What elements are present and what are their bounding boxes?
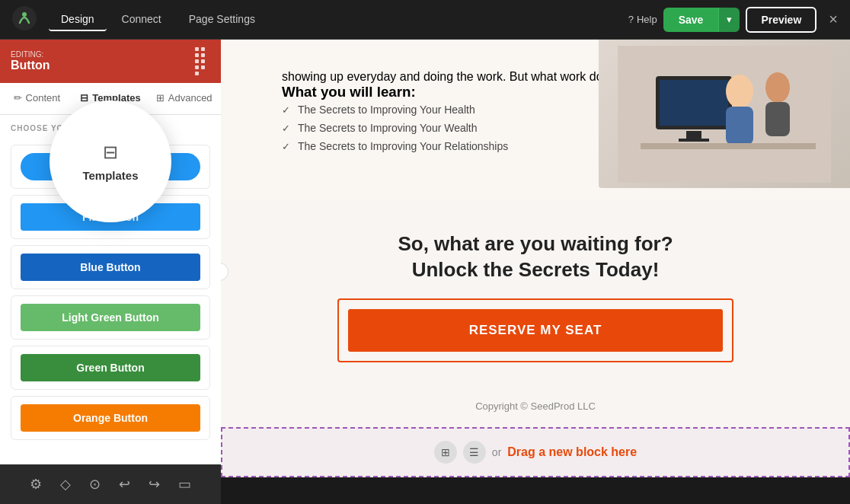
hero-image — [599, 40, 850, 188]
canvas: showing up everyday and doing the work. … — [221, 40, 850, 477]
main-layout: EDITING: Button ⊟ Templates ✏ Content — [0, 40, 850, 504]
check-icon-2: ✓ — [282, 123, 290, 134]
svg-rect-10 — [765, 102, 790, 136]
editing-name: Button — [11, 59, 50, 72]
drag-block-content: ⊞ ☰ or Drag a new block here — [434, 441, 637, 464]
preview-button[interactable]: Preview — [746, 7, 816, 33]
layers-icon[interactable]: ◇ — [60, 476, 71, 493]
svg-rect-6 — [679, 139, 709, 142]
cta-section: So, what are you waiting for? Unlock the… — [221, 201, 850, 385]
check-icon-3: ✓ — [282, 141, 290, 152]
svg-rect-4 — [660, 80, 728, 126]
panel-header: EDITING: Button — [0, 40, 221, 83]
hero-svg — [618, 46, 831, 183]
cta-title: So, what are you waiting for? Unlock the… — [236, 231, 835, 283]
editing-label: EDITING: — [11, 50, 50, 59]
undo-icon[interactable]: ↩ — [119, 476, 130, 493]
blue-button-preview: Blue Button — [21, 254, 200, 281]
save-button-group: Save ▾ — [663, 8, 740, 32]
templates-circle-icon: ⊟ — [103, 142, 118, 163]
help-button[interactable]: ? Help — [628, 14, 657, 25]
drag-block-area[interactable]: ⊞ ☰ or Drag a new block here — [221, 427, 850, 477]
redo-icon[interactable]: ↪ — [149, 476, 160, 493]
canvas-top-section: showing up everyday and doing the work. … — [221, 40, 850, 201]
cta-button-wrapper: RESERVE MY SEAT — [337, 298, 733, 362]
block-icon-1[interactable]: ⊞ — [434, 441, 457, 464]
check-icon-1: ✓ — [282, 104, 290, 116]
nav-connect[interactable]: Connect — [110, 8, 174, 31]
save-dropdown-button[interactable]: ▾ — [718, 8, 740, 32]
templates-circle-label: Templates — [82, 169, 138, 182]
canvas-wrapper: ‹ showing up everyday and doing the work… — [221, 40, 850, 504]
template-light-green-button[interactable]: Light Green Button — [11, 295, 210, 340]
nav-page-settings[interactable]: Page Settings — [177, 8, 267, 31]
orange-button-preview: Orange Button — [21, 404, 200, 432]
help-icon: ? — [628, 14, 634, 25]
green-button-preview: Green Button — [21, 354, 200, 381]
canvas-footer: Copyright © SeedProd LLC — [221, 385, 850, 427]
drag-or-text: or — [492, 446, 501, 458]
svg-rect-8 — [726, 107, 753, 145]
close-button[interactable]: × — [829, 11, 838, 28]
nav-design[interactable]: Design — [49, 8, 107, 31]
undo-history-icon[interactable]: ⊙ — [89, 476, 101, 493]
svg-rect-5 — [686, 131, 701, 139]
editing-info: EDITING: Button — [11, 50, 50, 72]
svg-point-9 — [765, 72, 790, 103]
grid-menu-icon[interactable] — [195, 47, 210, 75]
svg-rect-11 — [641, 143, 816, 149]
block-icon-2[interactable]: ☰ — [463, 441, 486, 464]
bottom-toolbar: ⚙ ◇ ⊙ ↩ ↪ ▭ — [0, 464, 221, 504]
svg-point-7 — [726, 75, 753, 108]
settings-icon[interactable]: ⚙ — [30, 476, 42, 493]
topbar-nav: Design Connect Page Settings — [49, 8, 622, 31]
cta-button[interactable]: RESERVE MY SEAT — [348, 309, 723, 352]
svg-point-1 — [22, 12, 27, 17]
topbar: Design Connect Page Settings ? Help Save… — [0, 0, 850, 40]
left-panel: EDITING: Button ⊟ Templates ✏ Content — [0, 40, 221, 504]
templates-circle[interactable]: ⊟ Templates — [50, 100, 171, 222]
drag-link[interactable]: Drag a new block here — [507, 445, 637, 459]
template-green-button[interactable]: Green Button — [11, 346, 210, 390]
edit-icon: ✏ — [14, 92, 22, 104]
save-button[interactable]: Save — [663, 8, 719, 32]
template-orange-button[interactable]: Orange Button — [11, 396, 210, 440]
template-blue-button[interactable]: Blue Button — [11, 245, 210, 289]
footer-text: Copyright © SeedProd LLC — [475, 400, 596, 412]
mobile-icon[interactable]: ▭ — [178, 476, 191, 493]
logo — [12, 6, 37, 33]
templates-circle-overlay: ⊟ Templates — [50, 100, 171, 222]
topbar-right: ? Help Save ▾ Preview × — [628, 7, 838, 33]
light-green-button-preview: Light Green Button — [21, 304, 200, 331]
